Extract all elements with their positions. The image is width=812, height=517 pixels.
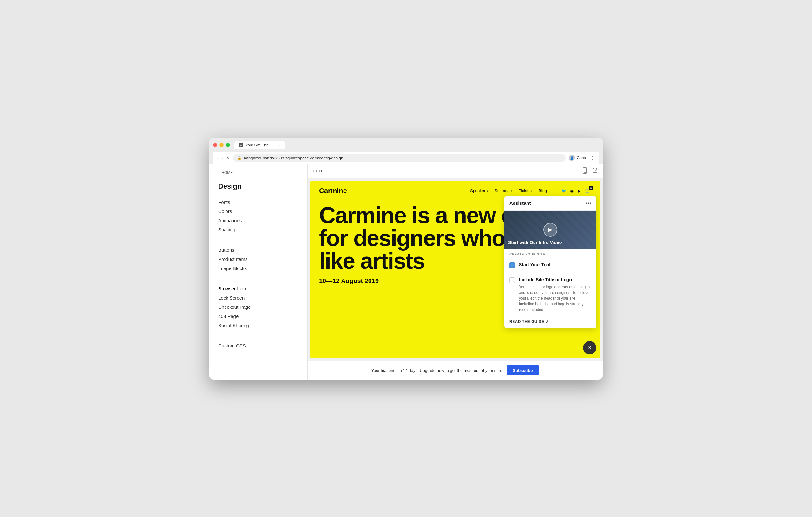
sidebar-item-product-items[interactable]: Product Items xyxy=(218,254,298,264)
sidebar: ‹ HOME Design Fonts Colors Animations Sp… xyxy=(209,164,308,380)
assistant-menu-button[interactable]: ••• xyxy=(586,200,591,206)
sidebar-divider-2 xyxy=(218,279,298,279)
sidebar-section-components: Buttons Product Items Image Blocks xyxy=(218,245,298,273)
refresh-button[interactable]: ↻ xyxy=(226,156,230,160)
checklist-item-trial: ✓ Start Your Trial xyxy=(504,258,596,273)
sidebar-item-image-blocks[interactable]: Image Blocks xyxy=(218,264,298,273)
sidebar-back-label: HOME xyxy=(222,171,233,175)
sidebar-item-spacing[interactable]: Spacing xyxy=(218,225,298,234)
sidebar-section-pages: Browser Icon Lock Screen Checkout Page 4… xyxy=(218,284,298,330)
window-controls xyxy=(213,143,230,147)
preview-area: EDIT xyxy=(308,164,603,380)
guest-icon: 👤 xyxy=(569,155,575,161)
guest-button[interactable]: 👤 Guest xyxy=(569,155,587,161)
trial-content: Start Your Trial xyxy=(519,262,591,269)
trial-text: Your trial ends in 14 days. Upgrade now … xyxy=(371,368,502,373)
nav-buttons: ‹ › ↻ xyxy=(217,155,230,160)
browser-chrome: ■ Your Site Title × + ‹ › ↻ 🔒 kangaroo-p… xyxy=(209,138,603,164)
sidebar-item-social-sharing[interactable]: Social Sharing xyxy=(218,321,298,330)
cart-badge: 0 xyxy=(589,186,593,190)
checklist-section-label: CREATE YOUR SITE xyxy=(504,249,596,258)
sidebar-item-buttons[interactable]: Buttons xyxy=(218,245,298,254)
nav-item-blog[interactable]: Blog xyxy=(539,188,547,193)
sidebar-item-animations[interactable]: Animations xyxy=(218,216,298,225)
toolbar-icons xyxy=(582,168,598,175)
sidebar-item-404-page[interactable]: 404 Page xyxy=(218,312,298,321)
new-tab-button[interactable]: + xyxy=(286,141,295,150)
browser-menu-button[interactable]: ⋮ xyxy=(590,155,595,161)
checklist-item-logo: Include Site Title or Logo Your site tit… xyxy=(504,273,596,316)
tab-title: Your Site Title xyxy=(245,143,277,147)
external-link-icon[interactable] xyxy=(592,168,598,174)
sidebar-back-button[interactable]: ‹ HOME xyxy=(218,171,298,175)
facebook-icon[interactable]: f xyxy=(556,188,558,193)
maximize-dot[interactable] xyxy=(226,143,230,147)
read-guide-link[interactable]: READ THE GUIDE ↗ xyxy=(504,316,596,328)
video-thumbnail[interactable]: ▶ Start with Our Intro Video xyxy=(504,211,596,249)
site-logo: Carmine xyxy=(319,187,347,195)
profile-area: 👤 Guest ⋮ xyxy=(569,155,595,161)
instagram-icon[interactable]: ◉ xyxy=(570,188,574,193)
browser-window: ■ Your Site Title × + ‹ › ↻ 🔒 kangaroo-p… xyxy=(209,138,603,380)
sidebar-item-fonts[interactable]: Fonts xyxy=(218,197,298,207)
video-title: Start with Our Intro Video xyxy=(508,240,592,245)
nav-item-tickets[interactable]: Tickets xyxy=(519,188,531,193)
logo-title: Include Site Title or Logo xyxy=(519,277,591,282)
trial-checkbox[interactable]: ✓ xyxy=(510,263,515,268)
sidebar-section-style: Fonts Colors Animations Spacing xyxy=(218,197,298,234)
cart-icon[interactable]: 🛒 0 xyxy=(585,188,591,194)
nav-item-schedule[interactable]: Schedule xyxy=(494,188,512,193)
sidebar-section-advanced: Custom CSS xyxy=(218,341,298,350)
logo-content: Include Site Title or Logo Your site tit… xyxy=(519,277,591,312)
edit-label: EDIT xyxy=(313,169,323,173)
twitter-icon[interactable]: 🐦 xyxy=(561,189,566,193)
url-text: kangaroo-panda-x69s.squarespace.com/conf… xyxy=(244,156,343,160)
browser-addressbar: ‹ › ↻ 🔒 kangaroo-panda-x69s.squarespace.… xyxy=(213,152,599,164)
preview-toolbar: EDIT xyxy=(308,164,603,179)
minimize-dot[interactable] xyxy=(220,143,224,147)
tab-bar: ■ Your Site Title × + xyxy=(234,141,295,150)
assistant-panel: Assistant ••• ▶ Start with Our Intro Vid… xyxy=(504,196,596,328)
play-button[interactable]: ▶ xyxy=(543,223,557,237)
youtube-icon[interactable]: ▶ xyxy=(578,188,581,193)
tab-favicon-icon: ■ xyxy=(239,143,243,147)
site-nav: Speakers Schedule Tickets Blog xyxy=(470,188,547,193)
sidebar-item-custom-css[interactable]: Custom CSS xyxy=(218,341,298,350)
active-tab[interactable]: ■ Your Site Title × xyxy=(234,141,285,149)
tab-close-button[interactable]: × xyxy=(279,143,281,147)
read-guide-label: READ THE GUIDE xyxy=(510,320,544,324)
back-arrow-icon: ‹ xyxy=(218,171,220,175)
url-bar[interactable]: 🔒 kangaroo-panda-x69s.squarespace.com/co… xyxy=(233,154,566,162)
mobile-view-icon[interactable] xyxy=(582,168,587,175)
forward-button[interactable]: › xyxy=(222,155,223,160)
sidebar-divider-3 xyxy=(218,336,298,336)
logo-desc: Your site title or logo appears on all p… xyxy=(519,284,591,312)
sidebar-item-browser-icon[interactable]: Browser Icon xyxy=(218,284,298,293)
sidebar-divider-1 xyxy=(218,240,298,240)
guest-label: Guest xyxy=(577,156,587,160)
assistant-header: Assistant ••• xyxy=(504,196,596,211)
subscribe-button[interactable]: Subscribe xyxy=(506,365,539,375)
back-button[interactable]: ‹ xyxy=(217,155,219,160)
sidebar-item-colors[interactable]: Colors xyxy=(218,207,298,216)
trial-title: Start Your Trial xyxy=(519,262,591,267)
external-link-icon: ↗ xyxy=(546,320,549,324)
svg-point-1 xyxy=(585,172,585,173)
trial-bar: Your trial ends in 14 days. Upgrade now … xyxy=(308,361,603,380)
sidebar-item-checkout-page[interactable]: Checkout Page xyxy=(218,302,298,312)
sidebar-item-lock-screen[interactable]: Lock Screen xyxy=(218,293,298,302)
assistant-title: Assistant xyxy=(510,200,531,206)
logo-checkbox[interactable] xyxy=(510,277,515,283)
nav-item-speakers[interactable]: Speakers xyxy=(470,188,488,193)
lock-icon: 🔒 xyxy=(237,156,242,160)
browser-titlebar: ■ Your Site Title × + xyxy=(213,141,599,150)
svg-line-2 xyxy=(595,169,597,171)
sidebar-title: Design xyxy=(218,182,298,190)
close-dot[interactable] xyxy=(213,143,217,147)
close-assistant-button[interactable]: × xyxy=(583,341,596,355)
social-icons: f 🐦 ◉ ▶ 🛒 0 xyxy=(556,188,591,194)
browser-body: ‹ HOME Design Fonts Colors Animations Sp… xyxy=(209,164,603,380)
website-preview: Carmine Speakers Schedule Tickets Blog f… xyxy=(308,179,603,361)
